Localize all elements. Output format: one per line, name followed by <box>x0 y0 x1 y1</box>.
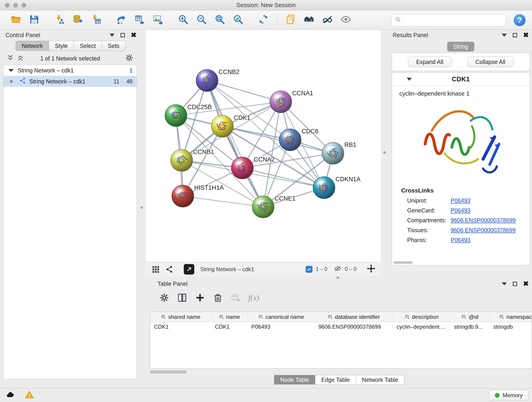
results-float-icon[interactable] <box>513 33 517 37</box>
new-network-icon <box>116 14 127 26</box>
panel-menu-icon[interactable] <box>109 34 114 37</box>
crosslink-label: Pharos: <box>407 237 451 243</box>
grid-view-icon[interactable] <box>150 264 161 274</box>
crosslink-link[interactable]: P06493 <box>451 197 470 204</box>
zoom-selected-button[interactable] <box>231 13 245 27</box>
import-network-database-button[interactable] <box>71 13 84 27</box>
network-overview-icon[interactable] <box>164 264 175 274</box>
table-row[interactable]: CDK1 CDK1 P06493 9606.ENSP00000378699 cy… <box>150 322 532 332</box>
network-status-dot <box>10 80 13 83</box>
vertical-splitter-handle[interactable] <box>140 206 143 209</box>
crosslink-label: Uniprot: <box>407 197 451 204</box>
show-columns-icon[interactable] <box>176 291 189 304</box>
collapse-all-button[interactable]: Collapse All <box>467 57 513 67</box>
crosslink-link[interactable]: P06493 <box>451 207 470 214</box>
gene-entry-header[interactable]: CDK1 <box>392 73 530 86</box>
show-all-button[interactable] <box>339 13 352 27</box>
table-menu-icon[interactable] <box>502 282 507 285</box>
network-node-RB1[interactable]: RB1 <box>322 141 356 164</box>
network-collection-row[interactable]: String Network – cdk1 1 <box>3 65 137 76</box>
network-canvas[interactable]: CCNB2CCNA1CDC25BCDK1CDC6RB1CCNB1CCNA2CDK… <box>145 30 381 262</box>
collection-caret-icon[interactable] <box>8 69 13 72</box>
delete-table-icon <box>229 291 242 304</box>
crosslink-link[interactable]: P06493 <box>451 237 470 243</box>
window-title: Session: New Session <box>0 2 532 9</box>
table-panel: Table Panel ✖ f(x) shared name name cano… <box>147 278 532 385</box>
crosslink-link[interactable]: 9606.ENSP00000378699 <box>451 227 516 234</box>
search-input[interactable] <box>404 17 502 23</box>
zoom-out-button[interactable] <box>195 13 208 27</box>
network-edge-CCNB2-CCNA1[interactable] <box>207 80 281 102</box>
column-header[interactable]: description <box>393 312 450 322</box>
toolbar-search[interactable] <box>391 14 506 26</box>
results-scrollbar[interactable] <box>393 261 413 264</box>
hide-selected-button[interactable] <box>321 13 334 27</box>
memory-status-dot <box>495 393 500 398</box>
question-mark-icon: ? <box>517 16 522 25</box>
warnings-button[interactable] <box>22 390 36 401</box>
network-graph[interactable]: CCNB2CCNA1CDC25BCDK1CDC6RB1CCNB1CCNA2CDK… <box>146 30 381 262</box>
table-settings-gear-icon[interactable] <box>158 291 171 304</box>
string-network-icon <box>19 77 29 85</box>
open-in-new-window-button[interactable] <box>184 264 194 274</box>
zoom-out-icon <box>196 14 207 26</box>
expand-all-tree-icon[interactable] <box>17 54 24 63</box>
float-panel-icon[interactable] <box>120 33 125 37</box>
results-menu-icon[interactable] <box>502 34 507 37</box>
network-node-HIST1H1A[interactable]: HIST1H1A <box>172 184 224 207</box>
column-header[interactable]: @id <box>450 312 490 322</box>
zoom-fit-button[interactable] <box>213 13 226 27</box>
tab-style[interactable]: Style <box>49 41 74 51</box>
add-column-icon[interactable] <box>193 291 207 304</box>
tab-network-table[interactable]: Network Table <box>356 375 404 385</box>
node-label-CDKN1A: CDKN1A <box>336 176 360 183</box>
collapse-all-tree-icon[interactable] <box>7 54 14 63</box>
network-options-gear-icon[interactable] <box>125 54 133 63</box>
selected-nodes-checkbox[interactable] <box>306 266 312 273</box>
help-button[interactable]: ? <box>514 14 526 26</box>
table-float-icon[interactable] <box>513 282 517 286</box>
network-node-CCNA1[interactable]: CCNA1 <box>270 90 313 113</box>
tab-network[interactable]: Network <box>16 41 49 51</box>
import-network-file-button[interactable] <box>53 13 66 27</box>
function-builder-icon[interactable]: f(x) <box>247 291 260 304</box>
column-header[interactable]: name <box>211 312 248 322</box>
open-session-button[interactable] <box>9 13 22 27</box>
tab-node-table[interactable]: Node Table <box>274 375 315 385</box>
table-panel-title: Table Panel <box>158 281 188 287</box>
duplicate-network-button[interactable] <box>284 13 298 27</box>
image-export-icon <box>152 14 163 26</box>
network-node-CDKN1A[interactable]: CDKN1A <box>313 176 360 199</box>
cloud-status-button[interactable] <box>4 390 17 401</box>
zoom-in-button[interactable] <box>177 13 190 27</box>
table-close-icon[interactable]: ✖ <box>523 280 529 287</box>
memory-button[interactable]: Memory <box>489 390 528 401</box>
tab-select[interactable]: Select <box>74 41 102 51</box>
column-header[interactable]: database identifier <box>315 312 393 322</box>
save-session-button[interactable] <box>27 13 41 27</box>
column-header[interactable]: shared name <box>150 312 211 322</box>
network-node-CDC25B[interactable]: CDC25B <box>165 104 212 127</box>
results-splitter-handle[interactable] <box>383 151 386 154</box>
delete-column-icon[interactable] <box>211 291 225 304</box>
tab-edge-table[interactable]: Edge Table <box>315 375 356 385</box>
first-neighbors-button[interactable] <box>302 13 316 27</box>
network-row-selected[interactable]: String Network – cdk1 11 48 <box>3 76 137 87</box>
network-from-selection-button[interactable] <box>114 13 128 27</box>
results-close-icon[interactable]: ✖ <box>523 32 529 38</box>
table-horizontal-scrollbar[interactable] <box>150 370 187 374</box>
export-image-button[interactable] <box>151 13 165 27</box>
expand-all-button[interactable]: Expand All <box>408 57 451 67</box>
crosslink-link[interactable]: 9606.ENSP00000378699 <box>451 217 516 224</box>
close-panel-icon[interactable]: ✖ <box>131 32 137 38</box>
network-edge-HIST1H1A-CCNE1[interactable] <box>183 196 263 207</box>
column-header[interactable]: namespace <box>490 312 532 322</box>
column-header[interactable]: canonical name <box>248 312 315 322</box>
tab-sets[interactable]: Sets <box>102 41 126 51</box>
import-table-file-button[interactable] <box>89 13 103 27</box>
node-label-CDC25B: CDC25B <box>187 104 212 110</box>
network-node-CDC6[interactable]: CDC6 <box>279 128 318 151</box>
fit-content-crosshair-icon[interactable] <box>367 264 376 274</box>
refresh-view-button[interactable] <box>257 13 270 27</box>
new-table-view-button[interactable] <box>133 13 146 27</box>
